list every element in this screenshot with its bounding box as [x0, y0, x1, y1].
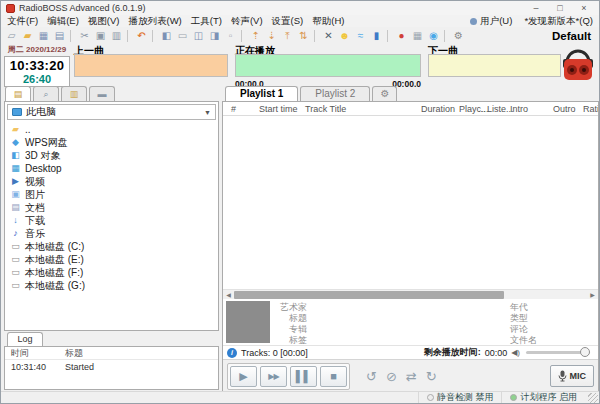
view-grid-icon[interactable]: ◫: [191, 28, 206, 43]
refresh-icon[interactable]: ↻: [426, 369, 437, 384]
menu-file[interactable]: 文件(F): [7, 15, 38, 28]
shuffle-icon[interactable]: ⇄: [406, 369, 417, 384]
log-column-title[interactable]: 标题: [65, 347, 218, 360]
tree-item-icon: ▣: [10, 188, 21, 201]
resize-grip[interactable]: [588, 393, 598, 403]
move-top-icon[interactable]: ⤒: [280, 28, 295, 43]
maximize-button[interactable]: □: [550, 1, 570, 15]
tree-item-disk-e[interactable]: ▭ 本地磁盘 (E:): [7, 253, 216, 266]
log-column-time[interactable]: 时间: [5, 347, 65, 360]
voice-icon[interactable]: ≈: [353, 28, 368, 43]
log-row[interactable]: 10:31:40 Started: [5, 360, 218, 373]
paste-icon[interactable]: ▥: [109, 28, 124, 43]
repeat-icon[interactable]: ↺: [366, 369, 377, 384]
favorites-tab[interactable]: ▥: [61, 86, 87, 101]
speaker-icon[interactable]: ◀): [511, 348, 520, 357]
file-browser-tab[interactable]: ▤: [5, 86, 31, 101]
log-tab[interactable]: Log: [7, 332, 43, 346]
menu-settings[interactable]: 设置(S): [272, 15, 304, 28]
volume-slider[interactable]: [526, 351, 590, 354]
menu-view[interactable]: 视图(V): [88, 15, 120, 28]
playlist-settings-tab[interactable]: ⚙: [372, 86, 397, 101]
tree-item-disk-c[interactable]: ▭ 本地磁盘 (C:): [7, 240, 216, 253]
column-number[interactable]: #: [231, 104, 236, 114]
tree-item-disk-g[interactable]: ▭ 本地磁盘 (G:): [7, 279, 216, 292]
menu-jingles[interactable]: 铃声(V): [231, 15, 263, 28]
cut-icon[interactable]: ✂: [77, 28, 92, 43]
open-icon[interactable]: ▰: [20, 28, 35, 43]
transport-bar: ▶ ▶▶ ▌▌ ■ ↺ ⊘ ⇄ ↻ MIC: [223, 359, 598, 392]
tree-item-pictures[interactable]: ▣ 图片: [7, 188, 216, 201]
tab-playlist-2[interactable]: Playlist 2: [300, 86, 370, 101]
column-outro[interactable]: Outro: [553, 104, 576, 114]
menu-edit[interactable]: 编辑(E): [47, 15, 79, 28]
close-button[interactable]: ×: [574, 1, 594, 15]
move-down-icon[interactable]: ⇣: [264, 28, 279, 43]
move-up-icon[interactable]: ⇡: [248, 28, 263, 43]
scheduler-status-label: 计划程序 启用: [520, 391, 577, 404]
minimize-button[interactable]: –: [526, 1, 546, 15]
now-playing-box[interactable]: [235, 54, 421, 77]
volume-knob[interactable]: [580, 347, 590, 357]
play-button[interactable]: ▶: [230, 366, 257, 387]
mic-button[interactable]: MIC: [550, 365, 595, 387]
playlist-tab-strip: Playlist 1 Playlist 2 ⚙: [225, 86, 397, 102]
menu-tools[interactable]: 工具(T): [191, 15, 222, 28]
toolbar-separator: [387, 30, 391, 42]
view-compact-icon[interactable]: ▫: [223, 28, 238, 43]
next-button[interactable]: ▶▶: [260, 366, 287, 387]
column-rating[interactable]: Rating: [583, 104, 598, 114]
cast-icon[interactable]: ◉: [426, 28, 441, 43]
column-more[interactable]: ...: [478, 104, 486, 114]
tree-item-videos[interactable]: ▶ 视频: [7, 175, 216, 188]
tree-item-up[interactable]: ▰ ..: [7, 123, 216, 136]
next-track-box[interactable]: [428, 54, 561, 77]
column-intro[interactable]: Intro: [510, 104, 528, 114]
sort-icon[interactable]: ⇅: [296, 28, 311, 43]
save-icon[interactable]: ▦: [36, 28, 51, 43]
location-dropdown[interactable]: 此电脑 ▼: [7, 104, 216, 120]
pause-button[interactable]: ▌▌: [290, 366, 317, 387]
column-start-time[interactable]: Start time: [259, 104, 298, 114]
user-menu[interactable]: 用户(U): [470, 15, 512, 28]
profile-label: Default: [552, 30, 591, 42]
undo-icon[interactable]: ↶: [134, 28, 149, 43]
view-split-icon[interactable]: ◨: [207, 28, 222, 43]
jingles-icon[interactable]: ☻: [337, 28, 352, 43]
update-available-link[interactable]: *发现新版本*(Q): [524, 15, 593, 28]
settings-gear-icon[interactable]: ⚙: [451, 28, 466, 43]
search-tab[interactable]: ⌕: [33, 86, 59, 101]
tree-item-disk-f[interactable]: ▭ 本地磁盘 (F:): [7, 266, 216, 279]
tab-playlist-1[interactable]: Playlist 1: [225, 86, 298, 101]
tree-item-label: Desktop: [25, 163, 62, 174]
history-tab[interactable]: ▬: [89, 86, 115, 101]
tree-item-downloads[interactable]: ↓ 下载: [7, 214, 216, 227]
horizontal-scrollbar[interactable]: ◀ ▶: [223, 289, 598, 299]
filename-label: 文件名: [510, 334, 537, 347]
column-duration[interactable]: Duration: [421, 104, 455, 114]
save-as-icon[interactable]: ▤: [52, 28, 67, 43]
delete-icon[interactable]: ✕: [321, 28, 336, 43]
library-icon[interactable]: ▮: [369, 28, 384, 43]
copy-icon[interactable]: ▣: [93, 28, 108, 43]
tree-item-3d-objects[interactable]: ◧ 3D 对象: [7, 149, 216, 162]
tree-item-documents[interactable]: ▤ 文档: [7, 201, 216, 214]
new-playlist-icon[interactable]: ▱: [4, 28, 19, 43]
tree-item-wps-cloud[interactable]: ◆ WPS网盘: [7, 136, 216, 149]
view-left-pane-icon[interactable]: ◧: [159, 28, 174, 43]
menu-help[interactable]: 帮助(H): [312, 15, 344, 28]
column-track-title[interactable]: Track Title: [305, 104, 346, 114]
tree-item-desktop[interactable]: ▦ Desktop: [7, 162, 216, 175]
tree-item-icon: ▰: [10, 123, 21, 136]
prev-track-box[interactable]: [74, 54, 228, 77]
scrollbar-thumb[interactable]: [234, 291, 504, 299]
stop-button[interactable]: ■: [320, 366, 347, 387]
playlist-body[interactable]: [223, 116, 598, 289]
view-plain-icon[interactable]: ▭: [175, 28, 190, 43]
record-icon[interactable]: ●: [394, 28, 409, 43]
tree-item-music[interactable]: ♪ 音乐: [7, 227, 216, 240]
levels-icon[interactable]: ▦: [410, 28, 425, 43]
block-icon[interactable]: ⊘: [386, 369, 397, 384]
menu-playlist[interactable]: 播放列表(W): [128, 15, 181, 28]
clock-box: 10:33:20 26:40: [4, 56, 70, 87]
